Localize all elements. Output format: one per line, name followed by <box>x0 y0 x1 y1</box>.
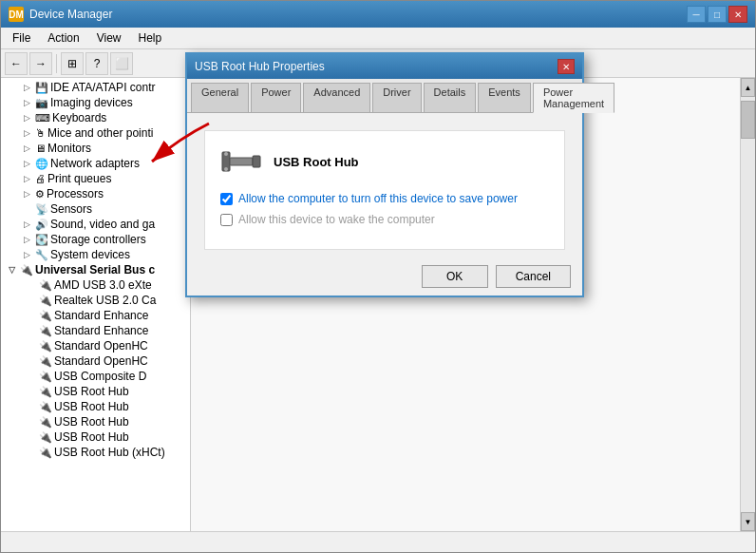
dialog-title-bar: USB Root Hub Properties ✕ <box>187 54 582 79</box>
label-ohci2: Standard OpenHC <box>54 354 148 368</box>
tree-item-hub1[interactable]: 🔌 USB Root Hub <box>1 384 190 399</box>
allow-wake-checkbox[interactable] <box>220 214 233 226</box>
tree-item-hub3[interactable]: 🔌 USB Root Hub <box>1 414 190 429</box>
icon-imaging: 📷 <box>35 97 48 109</box>
svg-point-3 <box>224 152 228 156</box>
icon-ide: 💾 <box>35 82 48 94</box>
toggle-mice: ▷ <box>24 128 33 138</box>
label-processors: Processors <box>47 187 104 200</box>
icon-usb: 🔌 <box>20 264 33 276</box>
allow-turnoff-checkbox[interactable] <box>220 193 233 205</box>
icon-print: 🖨 <box>35 173 46 184</box>
label-hub3: USB Root Hub <box>54 415 129 429</box>
maximize-button[interactable]: □ <box>708 6 727 23</box>
label-composite: USB Composite D <box>54 370 146 383</box>
dialog-close-button[interactable]: ✕ <box>558 59 575 74</box>
device-name-label: USB Root Hub <box>274 155 359 169</box>
tab-power-management[interactable]: Power Management <box>533 83 614 113</box>
back-button[interactable]: ← <box>5 52 28 75</box>
tab-events[interactable]: Events <box>478 83 531 112</box>
toggle-storage: ▷ <box>24 235 33 244</box>
label-sound: Sound, video and ga <box>50 218 155 231</box>
toggle-monitors: ▷ <box>24 143 33 153</box>
toggle-sound: ▷ <box>24 219 33 229</box>
view-button[interactable]: ⬜ <box>110 52 133 75</box>
tree-item-ohci1[interactable]: 🔌 Standard OpenHC <box>1 338 190 353</box>
label-imaging: Imaging devices <box>50 96 133 109</box>
icon-composite: 🔌 <box>39 371 52 383</box>
allow-turnoff-label[interactable]: Allow the computer to turn off this devi… <box>238 192 518 205</box>
checkbox-row-2: Allow this device to wake the computer <box>220 213 549 226</box>
tree-item-mice[interactable]: ▷ 🖱 Mice and other pointi <box>1 125 190 141</box>
tree-item-sound[interactable]: ▷ 🔊 Sound, video and ga <box>1 217 190 232</box>
dialog-title: USB Root Hub Properties <box>195 60 325 73</box>
icon-hub-xhct: 🔌 <box>39 447 52 459</box>
toggle-system: ▷ <box>24 250 33 259</box>
tab-power[interactable]: Power <box>251 83 301 112</box>
tree-item-realtek[interactable]: 🔌 Realtek USB 2.0 Ca <box>1 293 190 308</box>
icon-hub1: 🔌 <box>39 386 52 398</box>
tree-item-network[interactable]: ▷ 🌐 Network adapters <box>1 156 190 171</box>
dialog-body: USB Root Hub Allow the computer to turn … <box>187 113 582 250</box>
title-bar-left: DM Device Manager <box>9 7 112 22</box>
tree-item-processors[interactable]: ▷ ⚙ Processors <box>1 186 190 201</box>
tree-item-ide[interactable]: ▷ 💾 IDE ATA/ATAPI contr <box>1 80 190 95</box>
checkbox-row-1: Allow the computer to turn off this devi… <box>220 192 549 205</box>
tree-item-std-enh2[interactable]: 🔌 Standard Enhance <box>1 323 190 338</box>
tree-item-composite[interactable]: 🔌 USB Composite D <box>1 369 190 384</box>
tree-item-hub-xhct[interactable]: 🔌 USB Root Hub (xHCt) <box>1 445 190 460</box>
tree-item-imaging[interactable]: ▷ 📷 Imaging devices <box>1 95 190 110</box>
cancel-button[interactable]: Cancel <box>496 265 571 288</box>
label-print: Print queues <box>47 172 111 185</box>
properties-button[interactable]: ⊞ <box>61 52 84 75</box>
device-tree[interactable]: ▷ 💾 IDE ATA/ATAPI contr ▷ 📷 Imaging devi… <box>1 78 191 531</box>
tree-item-monitors[interactable]: ▷ 🖥 Monitors <box>1 141 190 156</box>
label-network: Network adapters <box>50 157 140 170</box>
tree-item-amd[interactable]: 🔌 AMD USB 3.0 eXte <box>1 277 190 293</box>
label-sensors: Sensors <box>50 202 92 216</box>
tab-general[interactable]: General <box>191 83 249 112</box>
tab-advanced[interactable]: Advanced <box>303 83 370 112</box>
icon-system: 🔧 <box>35 249 48 261</box>
tree-item-ohci2[interactable]: 🔌 Standard OpenHC <box>1 353 190 369</box>
menu-file[interactable]: File <box>5 29 38 47</box>
toolbar-separator-1 <box>56 54 57 73</box>
tree-item-keyboards[interactable]: ▷ ⌨ Keyboards <box>1 110 190 125</box>
tree-item-hub2[interactable]: 🔌 USB Root Hub <box>1 399 190 414</box>
menu-view[interactable]: View <box>89 29 129 47</box>
label-std-enh2: Standard Enhance <box>54 324 148 337</box>
tree-item-std-enh1[interactable]: 🔌 Standard Enhance <box>1 308 190 323</box>
menu-help[interactable]: Help <box>131 29 170 47</box>
label-hub-xhct: USB Root Hub (xHCt) <box>54 446 165 459</box>
label-storage: Storage controllers <box>50 233 146 246</box>
ok-button[interactable]: OK <box>422 265 488 288</box>
tree-item-print[interactable]: ▷ 🖨 Print queues <box>1 171 190 186</box>
label-hub4: USB Root Hub <box>54 430 129 444</box>
allow-wake-label[interactable]: Allow this device to wake the computer <box>238 213 435 226</box>
help-button[interactable]: ? <box>85 52 108 75</box>
menu-action[interactable]: Action <box>40 29 86 47</box>
tab-driver[interactable]: Driver <box>372 83 421 112</box>
window-controls: ─ □ ✕ <box>687 6 747 23</box>
minimize-button[interactable]: ─ <box>687 6 706 23</box>
toggle-network: ▷ <box>24 159 33 168</box>
tree-item-storage[interactable]: ▷ 💽 Storage controllers <box>1 232 190 247</box>
toggle-usb: ▽ <box>9 265 18 275</box>
icon-hub4: 🔌 <box>39 431 52 444</box>
icon-hub3: 🔌 <box>39 416 52 429</box>
tree-item-hub4[interactable]: 🔌 USB Root Hub <box>1 429 190 445</box>
icon-realtek: 🔌 <box>39 295 52 307</box>
tree-item-sensors[interactable]: 📡 Sensors <box>1 201 190 217</box>
icon-network: 🌐 <box>35 158 48 170</box>
icon-monitors: 🖥 <box>35 143 46 154</box>
icon-sound: 🔊 <box>35 219 48 231</box>
vertical-scrollbar[interactable]: ▲ ▼ <box>740 78 755 531</box>
tab-details[interactable]: Details <box>424 83 477 112</box>
label-realtek: Realtek USB 2.0 Ca <box>54 294 156 307</box>
close-button[interactable]: ✕ <box>728 6 747 23</box>
forward-button[interactable]: → <box>29 52 52 75</box>
tree-item-system[interactable]: ▷ 🔧 System devices <box>1 247 190 262</box>
toggle-imaging: ▷ <box>24 98 33 107</box>
svg-point-4 <box>224 167 228 171</box>
tree-item-usb[interactable]: ▽ 🔌 Universal Serial Bus c <box>1 262 190 277</box>
